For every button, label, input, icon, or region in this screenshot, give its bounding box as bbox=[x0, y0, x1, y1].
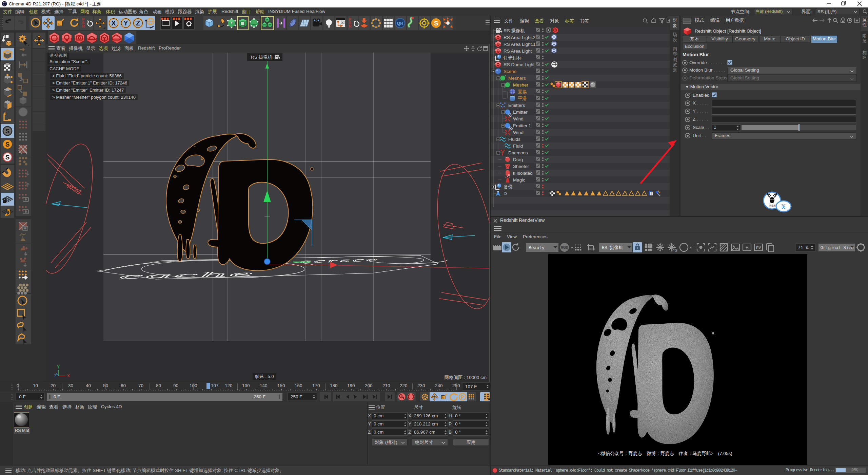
svg-text:X: X bbox=[111, 19, 116, 27]
svg-text:P: P bbox=[461, 394, 464, 400]
svg-text:R: R bbox=[349, 24, 352, 28]
svg-text:Wind: Wind bbox=[513, 116, 524, 121]
svg-text:Drag: Drag bbox=[513, 157, 523, 162]
svg-text:RS Area Light: RS Area Light bbox=[504, 49, 532, 54]
svg-text:置换: 置换 bbox=[518, 89, 527, 94]
svg-text:器: 器 bbox=[673, 68, 677, 73]
svg-text:对: 对 bbox=[672, 18, 677, 23]
svg-text:RS Area Light.1: RS Area Light.1 bbox=[504, 42, 536, 47]
svg-text:次: 次 bbox=[673, 37, 677, 42]
svg-text:70: 70 bbox=[138, 383, 143, 388]
svg-text:20: 20 bbox=[51, 383, 56, 388]
svg-text:140: 140 bbox=[260, 383, 268, 388]
svg-text:130: 130 bbox=[242, 383, 250, 388]
svg-text:Z: Z bbox=[54, 374, 57, 378]
svg-text:G: G bbox=[675, 249, 677, 252]
svg-text:<微信公众号：野鹿志 微博：野鹿志 作者：马鹿野郎> (7.: <微信公众号：野鹿志 微博：野鹿志 作者：马鹿野郎> (7.05s) bbox=[598, 451, 732, 456]
svg-text:R: R bbox=[82, 24, 85, 28]
svg-text:250 F: 250 F bbox=[291, 394, 302, 399]
svg-text:Z: Z bbox=[136, 19, 140, 27]
svg-text:平滑: 平滑 bbox=[518, 96, 527, 101]
svg-text:RS Area Light.2: RS Area Light.2 bbox=[504, 35, 536, 40]
svg-text:0 F: 0 F bbox=[54, 394, 60, 399]
svg-text:S: S bbox=[434, 20, 438, 27]
svg-text:览: 览 bbox=[673, 62, 677, 68]
svg-text:Fluid: Fluid bbox=[513, 144, 523, 149]
svg-text:X: X bbox=[67, 374, 70, 378]
svg-text:英: 英 bbox=[781, 204, 786, 209]
svg-text:200: 200 bbox=[365, 383, 373, 388]
svg-text:107: 107 bbox=[211, 383, 219, 388]
svg-text:Fluids: Fluids bbox=[508, 137, 520, 142]
svg-text:Daemons: Daemons bbox=[508, 150, 528, 155]
svg-text:40: 40 bbox=[86, 383, 91, 388]
svg-text:210: 210 bbox=[382, 383, 390, 388]
svg-text:Y: Y bbox=[57, 365, 60, 369]
svg-text:Wind: Wind bbox=[513, 130, 524, 135]
svg-text:Emitter.1: Emitter.1 bbox=[513, 123, 531, 128]
svg-text:场: 场 bbox=[672, 32, 677, 37]
svg-text:象: 象 bbox=[673, 23, 677, 28]
svg-text:0: 0 bbox=[17, 383, 19, 388]
svg-text:120: 120 bbox=[225, 383, 233, 388]
svg-text:行走者: 行走者 bbox=[769, 204, 776, 207]
svg-text:Emitters: Emitters bbox=[508, 103, 525, 108]
svg-text:30: 30 bbox=[68, 383, 73, 388]
svg-text:90: 90 bbox=[173, 383, 178, 388]
svg-text:230: 230 bbox=[417, 383, 425, 388]
svg-text:S: S bbox=[5, 141, 10, 148]
svg-text:250 F: 250 F bbox=[254, 394, 265, 399]
svg-text:Scene: Scene bbox=[504, 69, 516, 74]
svg-text:Magic: Magic bbox=[513, 177, 525, 183]
svg-text:107 F: 107 F bbox=[465, 384, 477, 389]
svg-text:180: 180 bbox=[330, 383, 338, 388]
svg-text:Emitter: Emitter bbox=[513, 110, 528, 115]
svg-text:RS 摄像机: RS 摄像机 bbox=[251, 55, 273, 60]
svg-text:S: S bbox=[5, 154, 10, 161]
svg-text:备份: 备份 bbox=[504, 184, 513, 189]
svg-text:容: 容 bbox=[673, 52, 677, 57]
svg-text:RGB: RGB bbox=[561, 246, 568, 249]
svg-text:k Isolated: k Isolated bbox=[513, 171, 533, 176]
svg-text:10: 10 bbox=[33, 383, 38, 388]
svg-text:RS 摄像机: RS 摄像机 bbox=[504, 28, 525, 33]
svg-text:标签: 标签 bbox=[565, 18, 574, 23]
svg-text:190: 190 bbox=[347, 383, 355, 388]
svg-text:Original Size: Original Size bbox=[821, 246, 854, 250]
svg-text:Mesher: Mesher bbox=[513, 82, 529, 88]
svg-text:灯光目标: 灯光目标 bbox=[504, 55, 522, 60]
svg-text:0 F: 0 F bbox=[19, 394, 26, 399]
svg-text:170: 170 bbox=[312, 383, 320, 388]
svg-text:D: D bbox=[504, 191, 507, 196]
svg-text:编辑: 编辑 bbox=[520, 18, 529, 23]
svg-text:Y: Y bbox=[123, 19, 128, 27]
svg-text:220: 220 bbox=[400, 383, 408, 388]
svg-text:250: 250 bbox=[452, 383, 460, 388]
svg-text:文件: 文件 bbox=[504, 18, 513, 23]
svg-text:S: S bbox=[5, 128, 10, 135]
svg-text:100: 100 bbox=[190, 383, 197, 388]
svg-text:Sheeter: Sheeter bbox=[513, 164, 529, 169]
svg-text:对象: 对象 bbox=[550, 18, 559, 23]
svg-text:80: 80 bbox=[156, 383, 161, 388]
svg-text:QR: QR bbox=[397, 21, 403, 26]
svg-text:内: 内 bbox=[673, 46, 677, 51]
svg-text:PV: PV bbox=[756, 246, 761, 250]
svg-text:Meshers: Meshers bbox=[508, 76, 526, 81]
svg-text:71 %: 71 % bbox=[798, 245, 808, 250]
svg-text:Beauty: Beauty bbox=[529, 245, 545, 250]
svg-text:RS Dome Light: RS Dome Light bbox=[504, 62, 535, 67]
svg-text:160: 160 bbox=[295, 383, 302, 388]
svg-text:60: 60 bbox=[121, 383, 126, 388]
svg-text:RS 摄像机: RS 摄像机 bbox=[602, 245, 623, 250]
svg-text:书签: 书签 bbox=[580, 18, 589, 23]
svg-text:查看: 查看 bbox=[535, 18, 544, 23]
svg-text:浏: 浏 bbox=[673, 57, 677, 62]
svg-text:240: 240 bbox=[435, 383, 443, 388]
